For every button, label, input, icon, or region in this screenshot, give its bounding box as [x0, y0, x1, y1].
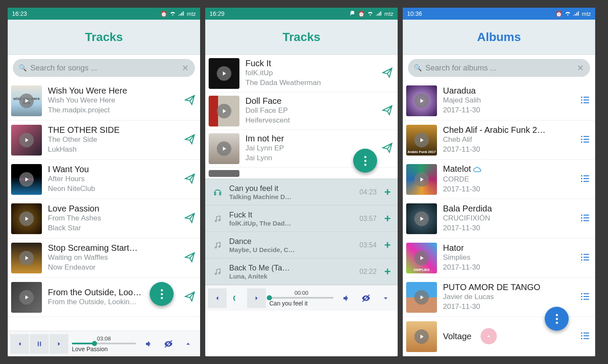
tracklist-icon[interactable] — [580, 291, 591, 304]
track-row[interactable]: Fuck ItfolK.itUpThe Dada Weatherman — [205, 55, 398, 92]
track-title: THE OTHER SIDE — [48, 125, 180, 135]
tracklist-icon[interactable] — [580, 134, 591, 147]
album-title: Matelot — [443, 164, 576, 174]
svg-rect-26 — [584, 220, 589, 221]
track-artist: Neon NiteClub — [48, 184, 180, 194]
queue-title: Fuck It — [229, 211, 352, 220]
queue-row[interactable]: Can you feel itTalking Machine D…04:23+ — [205, 179, 398, 205]
tracklist-icon[interactable] — [580, 252, 591, 264]
cloud-icon — [473, 165, 481, 175]
screen-tracks-queue: 16:29 ⏰ mtz Tracks Fuck ItfolK.itUpThe D… — [205, 8, 398, 356]
album-art[interactable] — [209, 133, 239, 164]
album-art[interactable] — [406, 85, 437, 116]
send-icon[interactable] — [184, 133, 196, 147]
queue-add-button[interactable]: + — [384, 185, 391, 199]
tracklist-icon[interactable] — [580, 94, 591, 107]
fab-more[interactable] — [545, 307, 569, 331]
album-art[interactable] — [406, 203, 437, 234]
queue-add-button[interactable]: + — [384, 212, 391, 225]
send-icon[interactable] — [184, 94, 196, 108]
queue-add-button[interactable]: + — [384, 265, 391, 278]
queue-row[interactable]: Back To Me (Ta…Luna, Anitek02:22+ — [205, 258, 398, 285]
volume-button[interactable] — [139, 334, 158, 354]
album-artist: CORDE — [443, 175, 576, 185]
album-art[interactable] — [209, 58, 239, 89]
progress-area[interactable]: 03:08 Love Passion — [69, 335, 139, 352]
track-row[interactable]: THE OTHER SIDEThe Other SideLukHash — [8, 120, 200, 160]
page-title: Tracks — [85, 30, 123, 44]
expand-up-button[interactable] — [179, 334, 198, 354]
track-title: Love Passion — [48, 204, 180, 214]
clear-icon[interactable]: ✕ — [182, 63, 189, 73]
album-row[interactable]: PUTO AMOR DE TANGOJavier de Lucas2017-11… — [403, 278, 595, 317]
clear-icon[interactable]: ✕ — [577, 63, 584, 73]
queue-row[interactable]: Fuck ItfolK.itUp, The Dad…03:57+ — [205, 205, 398, 232]
next-button[interactable] — [50, 334, 68, 354]
play-time: 00:00 — [269, 290, 334, 296]
album-art[interactable] — [11, 203, 42, 234]
track-row[interactable]: HOURSI Want YouAfter HoursNeon NiteClub — [8, 160, 200, 199]
svg-point-21 — [581, 214, 582, 215]
album-art[interactable]: HOURS — [11, 164, 42, 195]
track-title: Stop Screaming Start… — [48, 243, 180, 253]
svg-rect-32 — [584, 259, 589, 260]
album-art[interactable] — [11, 243, 42, 273]
send-icon[interactable] — [381, 104, 393, 118]
track-row[interactable]: wish you were hereWish You Were HereWish… — [8, 81, 200, 120]
hide-button[interactable] — [357, 288, 375, 308]
send-icon[interactable] — [184, 251, 196, 265]
track-title: Wish You Were Here — [48, 86, 180, 96]
album-art[interactable] — [406, 282, 437, 313]
track-row[interactable]: Stop Screaming Start…Waiting on WafflesN… — [8, 238, 200, 278]
album-row[interactable]: Bala PerdidaCRUCIFIXIÓN2017-11-30 — [403, 199, 595, 238]
track-row[interactable]: Doll FaceDoll Face EPHeifervescent — [205, 92, 398, 130]
album-row[interactable]: Arabic Funk 2017Cheb Alif - Arabic Funk … — [403, 120, 595, 160]
track-row[interactable]: Love PassionFrom The AshesBlack Star — [8, 199, 200, 238]
album-art[interactable]: wish you were here — [11, 85, 42, 116]
queue-add-button[interactable]: + — [384, 238, 391, 252]
album-row[interactable]: UaraduaMajed Salih2017-11-30 — [403, 81, 595, 120]
svg-rect-42 — [584, 335, 589, 336]
album-art[interactable] — [11, 282, 42, 313]
album-row[interactable]: MatelotCORDE2017-11-30 — [403, 160, 595, 199]
svg-rect-44 — [584, 338, 589, 339]
album-row[interactable]: SIMPLIESHatorSimplies2017-11-30 — [403, 238, 595, 278]
album-art[interactable] — [209, 96, 239, 126]
album-art[interactable]: SIMPLIES — [406, 243, 437, 273]
fab-more[interactable] — [150, 282, 174, 306]
svg-point-27 — [581, 253, 582, 255]
wifi-icon — [170, 11, 176, 17]
next-button[interactable] — [247, 288, 266, 308]
hide-button[interactable] — [159, 334, 178, 354]
tracklist-icon[interactable] — [580, 330, 591, 343]
queue-row[interactable]: DanceMaybe, U Decide, C…03:54+ — [205, 232, 398, 258]
svg-rect-28 — [584, 254, 589, 255]
prev-button[interactable] — [10, 334, 29, 354]
scroll-top-button[interactable] — [481, 328, 497, 344]
album-date: 2017-11-30 — [443, 106, 576, 115]
volume-button[interactable] — [337, 288, 356, 308]
loading-button[interactable] — [227, 288, 246, 308]
collapse-down-button[interactable] — [376, 288, 395, 308]
send-icon[interactable] — [184, 173, 196, 186]
album-art[interactable] — [406, 321, 437, 352]
tracklist-icon[interactable] — [580, 212, 591, 225]
album-art[interactable] — [406, 164, 437, 195]
search-input[interactable]: 🔍 Search for albums ... ✕ — [408, 59, 590, 77]
prev-button[interactable] — [208, 288, 227, 308]
album-title: Cheb Alif - Arabic Funk 2… — [443, 125, 576, 135]
send-icon[interactable] — [381, 142, 393, 156]
track-album: Wish You Were Here — [48, 96, 180, 106]
fab-more[interactable] — [353, 149, 377, 173]
album-art[interactable]: Arabic Funk 2017 — [406, 125, 437, 156]
send-icon[interactable] — [184, 291, 196, 304]
search-icon: 🔍 — [19, 64, 27, 72]
pause-button[interactable] — [30, 334, 49, 354]
search-icon: 🔍 — [414, 64, 422, 72]
tracklist-icon[interactable] — [580, 173, 591, 186]
album-art[interactable] — [11, 125, 42, 156]
send-icon[interactable] — [184, 212, 196, 226]
search-input[interactable]: 🔍 Search for songs ... ✕ — [13, 59, 195, 77]
progress-area[interactable]: 00:00 Can you feel it — [267, 290, 336, 307]
send-icon[interactable] — [381, 67, 393, 80]
